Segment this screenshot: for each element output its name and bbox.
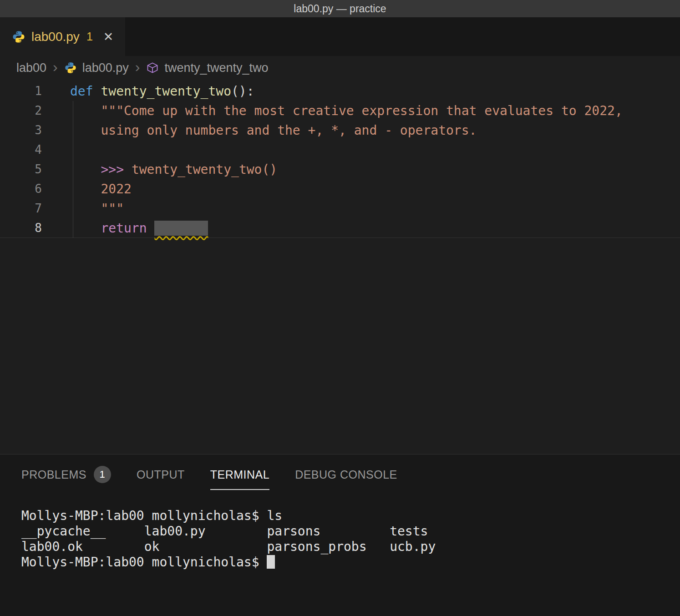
breadcrumb-item-folder[interactable]: lab00 — [16, 61, 46, 75]
terminal-line: Mollys-MBP:lab00 mollynicholas$ ls — [21, 508, 680, 524]
code-editor[interactable]: 1def twenty_twenty_two():2 """Come up wi… — [0, 80, 680, 454]
code-token: return — [101, 221, 147, 236]
terminal-text: __pycache__ lab00.py parsons tests — [21, 524, 428, 539]
terminal-line: Mollys-MBP:lab00 mollynicholas$ — [21, 555, 680, 570]
code-token: 2022 — [70, 182, 132, 197]
breadcrumb-item-file[interactable]: lab00.py — [82, 61, 129, 75]
code-line[interactable]: 6 2022 — [0, 179, 680, 199]
line-number[interactable]: 4 — [0, 140, 42, 160]
code-token: using only numbers and the +, *, and - o… — [70, 123, 477, 138]
panel-tab-output[interactable]: OUTPUT — [137, 454, 185, 495]
code-token — [70, 162, 101, 177]
code-text: """Come up with the most creative expres… — [42, 101, 623, 121]
python-icon — [64, 61, 77, 74]
code-token: def — [70, 84, 93, 99]
python-icon — [12, 30, 25, 44]
line-number[interactable]: 2 — [0, 101, 42, 121]
code-token: (): — [231, 84, 254, 99]
close-icon[interactable]: ✕ — [103, 30, 114, 44]
line-number[interactable]: 6 — [0, 179, 42, 199]
code-line[interactable]: 3 using only numbers and the +, *, and -… — [0, 121, 680, 140]
panel-tab-label: TERMINAL — [210, 468, 269, 481]
code-lines: 1def twenty_twenty_two():2 """Come up wi… — [0, 81, 680, 238]
code-text: return — [42, 218, 208, 237]
code-text: def twenty_twenty_two(): — [42, 81, 254, 101]
code-token: """Come up with the most creative expres… — [70, 103, 623, 118]
line-number[interactable]: 7 — [0, 199, 42, 218]
chevron-right-icon: › — [52, 59, 59, 76]
code-text: 2022 — [42, 179, 132, 199]
code-line[interactable]: 1def twenty_twenty_two(): — [0, 81, 680, 101]
code-token — [93, 84, 101, 99]
panel-tab-label: PROBLEMS — [21, 468, 86, 481]
symbol-module-cube-icon — [146, 61, 159, 74]
bottom-panel: PROBLEMS1OUTPUTTERMINALDEBUG CONSOLE Mol… — [0, 454, 680, 616]
code-line[interactable]: 8 return — [0, 218, 680, 238]
snippet-placeholder-selection — [154, 221, 208, 236]
line-number[interactable]: 1 — [0, 81, 42, 101]
code-token: """ — [70, 201, 124, 216]
panel-tab-label: DEBUG CONSOLE — [295, 468, 397, 481]
code-line[interactable]: 4 — [0, 140, 680, 160]
code-text: using only numbers and the +, *, and - o… — [42, 121, 477, 140]
terminal-text: Mollys-MBP:lab00 mollynicholas$ — [21, 555, 267, 570]
code-text — [42, 140, 70, 160]
terminal-cursor — [267, 555, 275, 569]
breadcrumb: lab00 › lab00.py › twenty_twenty_two — [0, 56, 680, 80]
vscode-window: lab00.py — practice lab00.py 1 ✕ lab00 ›… — [0, 0, 680, 616]
window-title: lab00.py — practice — [294, 3, 386, 15]
panel-tab-problems[interactable]: PROBLEMS1 — [21, 454, 111, 495]
code-text: >>> twenty_twenty_two() — [42, 160, 277, 179]
tab-label: lab00.py — [31, 30, 80, 44]
code-token — [70, 221, 101, 236]
terminal-text: Mollys-MBP:lab00 mollynicholas$ ls — [21, 508, 282, 523]
chevron-right-icon: › — [134, 59, 141, 76]
breadcrumb-item-symbol[interactable]: twenty_twenty_two — [164, 61, 268, 75]
line-number[interactable]: 8 — [0, 218, 42, 237]
problems-count-badge: 1 — [94, 466, 111, 483]
line-number[interactable]: 5 — [0, 160, 42, 179]
terminal-line: __pycache__ lab00.py parsons tests — [21, 524, 680, 539]
code-line[interactable]: 5 >>> twenty_twenty_two() — [0, 160, 680, 179]
code-token — [124, 162, 132, 177]
code-token: twenty_twenty_two — [101, 84, 231, 99]
titlebar: lab00.py — practice — [0, 0, 680, 17]
code-line[interactable]: 2 """Come up with the most creative expr… — [0, 101, 680, 121]
panel-tabs: PROBLEMS1OUTPUTTERMINALDEBUG CONSOLE — [0, 454, 680, 495]
indent-guide — [73, 101, 73, 238]
terminal-text: lab00.ok ok parsons_probs ucb.py — [21, 539, 436, 554]
line-number[interactable]: 3 — [0, 121, 42, 140]
code-token: >>> — [101, 162, 124, 177]
panel-tab-debug-console[interactable]: DEBUG CONSOLE — [295, 454, 397, 495]
code-text: """ — [42, 199, 124, 218]
tab-lab00py[interactable]: lab00.py 1 ✕ — [0, 17, 125, 56]
tab-problem-count: 1 — [86, 30, 93, 43]
code-line[interactable]: 7 """ — [0, 199, 680, 218]
code-token — [147, 221, 155, 236]
terminal-output[interactable]: Mollys-MBP:lab00 mollynicholas$ ls__pyca… — [0, 495, 680, 570]
tab-bar: lab00.py 1 ✕ — [0, 17, 680, 56]
panel-tab-label: OUTPUT — [137, 468, 185, 481]
terminal-line: lab00.ok ok parsons_probs ucb.py — [21, 539, 680, 555]
code-token: twenty_twenty_two() — [132, 162, 277, 177]
panel-tab-terminal[interactable]: TERMINAL — [210, 454, 269, 495]
